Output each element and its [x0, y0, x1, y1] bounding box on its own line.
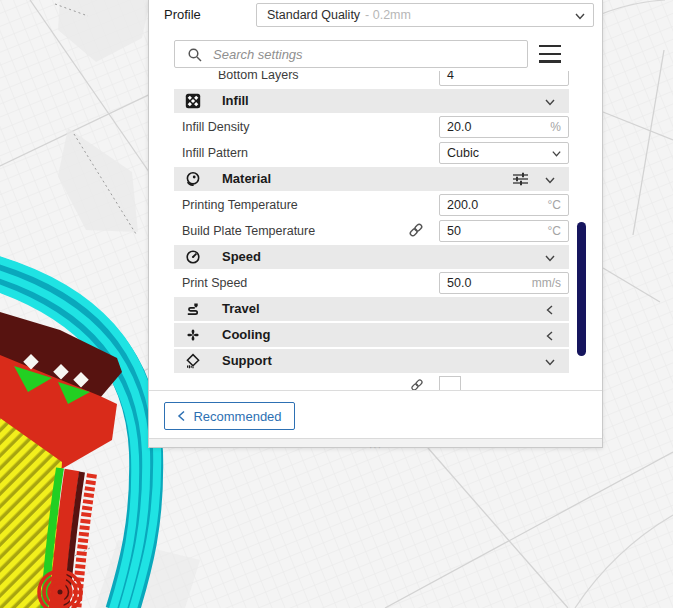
setting-row-generate-support-partial [174, 375, 569, 390]
search-icon [187, 47, 203, 63]
link-icon [408, 222, 424, 238]
section-header-cooling[interactable]: Cooling [174, 323, 569, 347]
chevron-down-icon [544, 96, 556, 108]
search-box[interactable] [174, 40, 528, 68]
setting-row-printing-temperature: Printing Temperature 200.0 °C [174, 193, 569, 217]
settings-scrollbar[interactable] [577, 222, 586, 356]
bottom-layers-input[interactable]: 4 [439, 71, 569, 86]
input-value: 200.0 [447, 195, 478, 215]
input-value: 20.0 [447, 117, 471, 137]
menu-icon[interactable] [539, 45, 563, 65]
chevron-down-icon [544, 252, 556, 264]
dropdown-value: Cubic [447, 143, 479, 163]
infill-icon [185, 93, 201, 109]
chevron-left-icon [544, 330, 556, 342]
section-label: Speed [222, 245, 261, 269]
section-label: Support [222, 349, 272, 373]
drag-handle-dots: ··· [369, 445, 382, 451]
generate-support-checkbox[interactable] [439, 376, 461, 390]
profile-row: Profile Standard Quality - 0.2mm [149, 3, 602, 27]
tune-sliders-icon[interactable] [512, 171, 529, 187]
setting-row-build-plate-temperature: Build Plate Temperature 50 °C [174, 219, 569, 243]
setting-label: Infill Density [182, 115, 249, 139]
recommended-label: Recommended [193, 409, 281, 424]
infill-pattern-dropdown[interactable]: Cubic [439, 142, 569, 164]
cooling-fan-icon [185, 327, 201, 343]
setting-label: Print Speed [182, 271, 247, 295]
profile-value-suffix: - 0.2mm [365, 8, 411, 22]
input-value: 50.0 [447, 273, 471, 293]
section-label: Travel [222, 297, 260, 321]
support-icon [185, 353, 201, 369]
link-icon [410, 378, 424, 390]
profile-label: Profile [164, 7, 201, 22]
chevron-down-icon [551, 148, 562, 159]
setting-row-infill-density: Infill Density 20.0 % [174, 115, 569, 139]
travel-icon [185, 301, 201, 317]
input-value: 50 [447, 221, 461, 241]
setting-row-infill-pattern: Infill Pattern Cubic [174, 141, 569, 165]
chevron-left-icon [544, 304, 556, 316]
setting-row-bottom-layers: Bottom Layers 4 [174, 71, 569, 87]
setting-row-print-speed: Print Speed 50.0 mm/s [174, 271, 569, 295]
speed-icon [185, 249, 201, 265]
chevron-left-icon [177, 410, 186, 422]
print-settings-panel: Profile Standard Quality - 0.2mm Bottom … [148, 0, 603, 448]
infill-density-input[interactable]: 20.0 % [439, 116, 569, 138]
printing-temperature-input[interactable]: 200.0 °C [439, 194, 569, 216]
section-header-speed[interactable]: Speed [174, 245, 569, 269]
setting-label: Printing Temperature [182, 193, 298, 217]
section-label: Material [222, 167, 271, 191]
chevron-down-icon [544, 174, 556, 186]
input-unit: °C [548, 221, 561, 241]
chevron-down-icon [544, 356, 556, 368]
section-label: Infill [222, 89, 249, 113]
footer-divider [149, 390, 602, 391]
profile-value: Standard Quality [267, 8, 360, 22]
model-cylinder-core [58, 590, 63, 595]
input-unit: % [550, 117, 561, 137]
input-value: 4 [447, 71, 454, 85]
setting-label: Infill Pattern [182, 141, 248, 165]
profile-dropdown[interactable]: Standard Quality - 0.2mm [256, 3, 594, 27]
section-header-support[interactable]: Support [174, 349, 569, 373]
recommended-button[interactable]: Recommended [164, 402, 295, 430]
search-input[interactable] [211, 42, 525, 66]
input-unit: mm/s [532, 273, 561, 293]
settings-scroll-area[interactable]: Bottom Layers 4 [174, 71, 569, 390]
panel-resize-handle[interactable]: ··· [149, 438, 602, 447]
section-header-material[interactable]: Material [174, 167, 569, 191]
setting-label: Bottom Layers [218, 71, 299, 87]
section-label: Cooling [222, 323, 270, 347]
input-unit: °C [548, 195, 561, 215]
print-speed-input[interactable]: 50.0 mm/s [439, 272, 569, 294]
section-header-infill[interactable]: Infill [174, 89, 569, 113]
build-plate-temperature-input[interactable]: 50 °C [439, 220, 569, 242]
chevron-down-icon [574, 10, 586, 22]
material-icon [185, 171, 201, 187]
setting-label: Build Plate Temperature [182, 219, 315, 243]
section-header-travel[interactable]: Travel [174, 297, 569, 321]
